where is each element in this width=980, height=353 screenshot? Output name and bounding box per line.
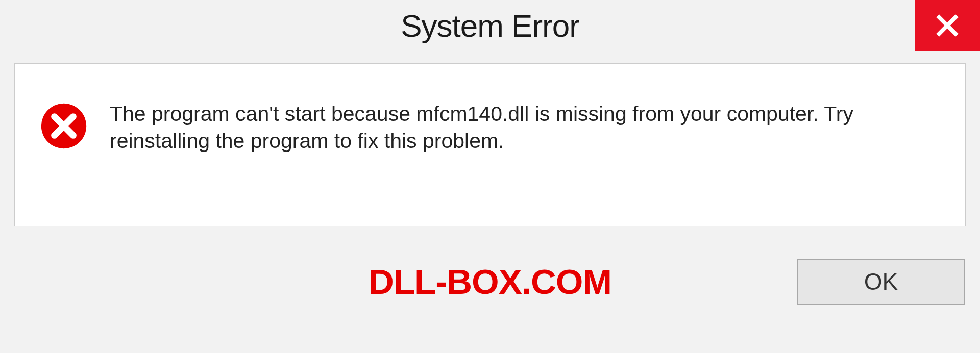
ok-button-label: OK: [864, 268, 898, 295]
footer: DLL-BOX.COM OK: [14, 234, 966, 329]
error-icon: [40, 103, 87, 149]
error-message: The program can't start because mfcm140.…: [110, 99, 940, 155]
watermark-text: DLL-BOX.COM: [369, 261, 611, 301]
content-panel: The program can't start because mfcm140.…: [14, 63, 966, 226]
ok-button[interactable]: OK: [797, 259, 965, 305]
close-icon: [935, 13, 960, 38]
close-button[interactable]: [915, 0, 980, 51]
title-bar: System Error: [0, 0, 980, 51]
dialog-title: System Error: [401, 8, 579, 44]
